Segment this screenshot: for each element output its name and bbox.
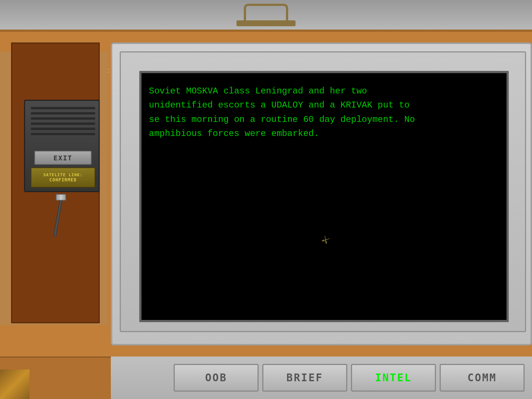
monitor-screen[interactable]: Soviet MOSKVA class Leningrad and her tw… [139, 71, 509, 322]
vent-line-6 [31, 132, 95, 135]
vent-line-5 [31, 127, 95, 130]
vent-lines [31, 106, 95, 143]
satellite-link-title: SATELITE LINK: [43, 173, 83, 177]
brief-label: BRIEF [286, 372, 323, 384]
vent-line-4 [31, 122, 95, 125]
comm-button[interactable]: COMM [440, 364, 525, 392]
monitor-outer: Soviet MOSKVA class Leningrad and her tw… [111, 42, 532, 345]
cable-connector [56, 194, 66, 201]
vent-line-3 [31, 117, 95, 120]
intel-button[interactable]: INTEL [351, 364, 436, 392]
brief-button[interactable]: BRIEF [262, 364, 347, 392]
monitor-bezel: Soviet MOSKVA class Leningrad and her tw… [120, 51, 526, 332]
screen-text: Soviet MOSKVA class Leningrad and her tw… [149, 84, 504, 141]
bottom-navigation-bar: OOB BRIEF INTEL COMM [111, 357, 532, 399]
intercom-device: EXIT SATELITE LINK: CONFIRMED [24, 100, 100, 192]
briefcase-handle-base [236, 20, 296, 26]
vent-line-1 [31, 106, 95, 109]
satellite-link-value: CONFIRMED [49, 177, 76, 183]
intel-label: INTEL [375, 372, 412, 384]
oob-label: OOB [205, 372, 227, 384]
bottom-leather-strip [0, 357, 111, 399]
cursor-icon: ⚔ [320, 231, 333, 247]
satellite-link-status: SATELITE LINK: CONFIRMED [31, 167, 95, 188]
exit-label: EXIT [54, 154, 72, 162]
vent-line-2 [31, 112, 95, 115]
oob-button[interactable]: OOB [174, 364, 259, 392]
cable [57, 194, 65, 238]
corner-piece [0, 369, 30, 399]
comm-label: COMM [467, 372, 497, 384]
exit-button[interactable]: EXIT [34, 151, 92, 165]
